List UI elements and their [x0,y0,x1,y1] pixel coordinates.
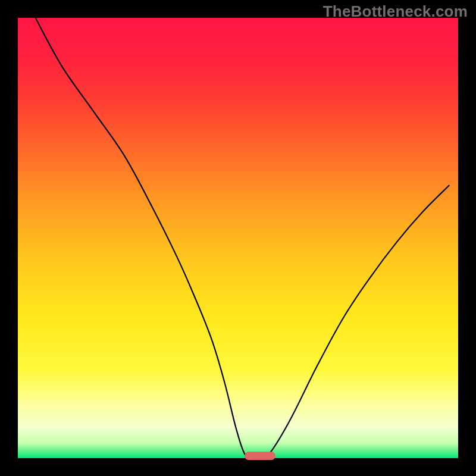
watermark-text: TheBottleneck.com [323,2,468,21]
plot-background [18,18,458,458]
bottleneck-chart [0,0,476,476]
chart-frame: { "watermark": "TheBottleneck.com", "col… [0,0,476,476]
optimal-marker [245,452,275,460]
